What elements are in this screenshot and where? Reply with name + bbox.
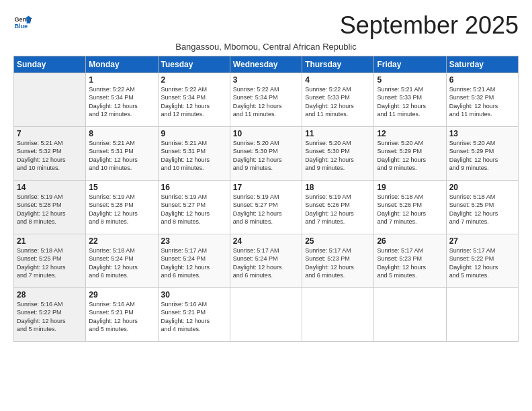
week-row-1: 1Sunrise: 5:22 AM Sunset: 5:34 PM Daylig… (14, 73, 519, 126)
week-row-2: 7Sunrise: 5:21 AM Sunset: 5:32 PM Daylig… (14, 126, 519, 180)
day-cell: 11Sunrise: 5:20 AM Sunset: 5:30 PM Dayli… (302, 126, 374, 180)
day-info: Sunrise: 5:17 AM Sunset: 5:24 PM Dayligh… (161, 246, 227, 280)
day-number: 15 (89, 183, 154, 192)
subtitle: Bangassou, Mbomou, Central African Repub… (13, 42, 519, 52)
day-info: Sunrise: 5:19 AM Sunset: 5:28 PM Dayligh… (89, 193, 154, 226)
day-info: Sunrise: 5:20 AM Sunset: 5:30 PM Dayligh… (233, 139, 299, 173)
day-cell: 9Sunrise: 5:21 AM Sunset: 5:31 PM Daylig… (158, 126, 230, 180)
week-row-3: 14Sunrise: 5:19 AM Sunset: 5:28 PM Dayli… (14, 180, 519, 234)
logo: General Blue (13, 12, 32, 31)
day-cell: 4Sunrise: 5:22 AM Sunset: 5:33 PM Daylig… (302, 73, 374, 126)
day-number: 22 (89, 236, 154, 246)
day-cell (14, 73, 86, 126)
day-info: Sunrise: 5:20 AM Sunset: 5:29 PM Dayligh… (449, 139, 515, 173)
day-number: 14 (17, 183, 83, 192)
day-number: 12 (377, 129, 443, 138)
day-cell: 5Sunrise: 5:21 AM Sunset: 5:33 PM Daylig… (374, 73, 446, 126)
day-info: Sunrise: 5:18 AM Sunset: 5:25 PM Dayligh… (449, 193, 515, 226)
day-info: Sunrise: 5:17 AM Sunset: 5:23 PM Dayligh… (377, 246, 443, 280)
day-cell: 14Sunrise: 5:19 AM Sunset: 5:28 PM Dayli… (14, 180, 86, 234)
day-cell: 23Sunrise: 5:17 AM Sunset: 5:24 PM Dayli… (158, 234, 230, 287)
day-cell: 24Sunrise: 5:17 AM Sunset: 5:24 PM Dayli… (230, 234, 302, 287)
day-info: Sunrise: 5:22 AM Sunset: 5:34 PM Dayligh… (161, 85, 227, 119)
day-cell: 29Sunrise: 5:16 AM Sunset: 5:21 PM Dayli… (86, 287, 158, 341)
day-info: Sunrise: 5:17 AM Sunset: 5:24 PM Dayligh… (233, 246, 299, 280)
col-header-tuesday: Tuesday (158, 56, 230, 73)
day-info: Sunrise: 5:18 AM Sunset: 5:25 PM Dayligh… (17, 246, 83, 280)
day-number: 3 (233, 75, 299, 85)
col-header-saturday: Saturday (446, 56, 518, 73)
day-info: Sunrise: 5:20 AM Sunset: 5:29 PM Dayligh… (377, 139, 443, 173)
day-cell: 22Sunrise: 5:18 AM Sunset: 5:24 PM Dayli… (86, 234, 158, 287)
day-info: Sunrise: 5:20 AM Sunset: 5:30 PM Dayligh… (305, 139, 371, 173)
day-cell: 10Sunrise: 5:20 AM Sunset: 5:30 PM Dayli… (230, 126, 302, 180)
day-cell: 7Sunrise: 5:21 AM Sunset: 5:32 PM Daylig… (14, 126, 86, 180)
day-number: 24 (233, 236, 299, 246)
day-cell: 19Sunrise: 5:18 AM Sunset: 5:26 PM Dayli… (374, 180, 446, 234)
day-number: 13 (449, 129, 515, 138)
day-number: 26 (377, 236, 443, 246)
day-info: Sunrise: 5:18 AM Sunset: 5:24 PM Dayligh… (89, 246, 154, 280)
logo-icon: General Blue (13, 12, 32, 31)
day-cell: 8Sunrise: 5:21 AM Sunset: 5:31 PM Daylig… (86, 126, 158, 180)
day-number: 9 (161, 129, 227, 138)
day-cell: 1Sunrise: 5:22 AM Sunset: 5:34 PM Daylig… (86, 73, 158, 126)
day-number: 8 (89, 129, 154, 138)
page: General Blue September 2025 Bangassou, M… (0, 0, 532, 349)
day-info: Sunrise: 5:21 AM Sunset: 5:31 PM Dayligh… (161, 139, 227, 173)
day-number: 21 (17, 236, 83, 246)
day-info: Sunrise: 5:21 AM Sunset: 5:32 PM Dayligh… (17, 139, 83, 173)
day-cell (230, 287, 302, 341)
day-info: Sunrise: 5:21 AM Sunset: 5:31 PM Dayligh… (89, 139, 154, 173)
svg-text:Blue: Blue (14, 23, 28, 30)
day-number: 11 (305, 129, 371, 138)
day-number: 6 (449, 75, 515, 85)
month-title: September 2025 (340, 12, 519, 39)
day-info: Sunrise: 5:22 AM Sunset: 5:34 PM Dayligh… (89, 85, 154, 119)
day-number: 1 (89, 75, 154, 85)
col-header-monday: Monday (86, 56, 158, 73)
day-cell (446, 287, 518, 341)
col-header-friday: Friday (374, 56, 446, 73)
calendar-table: SundayMondayTuesdayWednesdayThursdayFrid… (13, 56, 519, 342)
day-cell: 16Sunrise: 5:19 AM Sunset: 5:27 PM Dayli… (158, 180, 230, 234)
day-info: Sunrise: 5:16 AM Sunset: 5:21 PM Dayligh… (89, 300, 154, 334)
day-info: Sunrise: 5:19 AM Sunset: 5:28 PM Dayligh… (17, 193, 83, 226)
day-cell: 28Sunrise: 5:16 AM Sunset: 5:22 PM Dayli… (14, 287, 86, 341)
day-info: Sunrise: 5:16 AM Sunset: 5:21 PM Dayligh… (161, 300, 227, 334)
day-info: Sunrise: 5:22 AM Sunset: 5:33 PM Dayligh… (305, 85, 371, 119)
day-cell: 26Sunrise: 5:17 AM Sunset: 5:23 PM Dayli… (374, 234, 446, 287)
day-number: 20 (449, 183, 515, 192)
week-row-5: 28Sunrise: 5:16 AM Sunset: 5:22 PM Dayli… (14, 287, 519, 341)
day-cell: 2Sunrise: 5:22 AM Sunset: 5:34 PM Daylig… (158, 73, 230, 126)
day-cell: 13Sunrise: 5:20 AM Sunset: 5:29 PM Dayli… (446, 126, 518, 180)
day-number: 30 (161, 290, 227, 300)
day-cell: 18Sunrise: 5:19 AM Sunset: 5:26 PM Dayli… (302, 180, 374, 234)
day-cell: 6Sunrise: 5:21 AM Sunset: 5:32 PM Daylig… (446, 73, 518, 126)
day-number: 28 (17, 290, 83, 300)
day-cell: 21Sunrise: 5:18 AM Sunset: 5:25 PM Dayli… (14, 234, 86, 287)
day-number: 27 (449, 236, 515, 246)
day-number: 2 (161, 75, 227, 85)
day-cell: 17Sunrise: 5:19 AM Sunset: 5:27 PM Dayli… (230, 180, 302, 234)
day-info: Sunrise: 5:21 AM Sunset: 5:33 PM Dayligh… (377, 85, 443, 119)
day-info: Sunrise: 5:21 AM Sunset: 5:32 PM Dayligh… (449, 85, 515, 119)
day-cell: 25Sunrise: 5:17 AM Sunset: 5:23 PM Dayli… (302, 234, 374, 287)
day-info: Sunrise: 5:16 AM Sunset: 5:22 PM Dayligh… (17, 300, 83, 334)
day-number: 17 (233, 183, 299, 192)
day-cell: 3Sunrise: 5:22 AM Sunset: 5:34 PM Daylig… (230, 73, 302, 126)
day-number: 25 (305, 236, 371, 246)
day-cell: 27Sunrise: 5:17 AM Sunset: 5:22 PM Dayli… (446, 234, 518, 287)
day-number: 29 (89, 290, 154, 300)
day-info: Sunrise: 5:19 AM Sunset: 5:27 PM Dayligh… (161, 193, 227, 226)
day-number: 5 (377, 75, 443, 85)
day-number: 10 (233, 129, 299, 138)
day-cell (302, 287, 374, 341)
day-cell: 15Sunrise: 5:19 AM Sunset: 5:28 PM Dayli… (86, 180, 158, 234)
day-info: Sunrise: 5:19 AM Sunset: 5:27 PM Dayligh… (233, 193, 299, 226)
day-number: 4 (305, 75, 371, 85)
day-cell: 20Sunrise: 5:18 AM Sunset: 5:25 PM Dayli… (446, 180, 518, 234)
col-header-wednesday: Wednesday (230, 56, 302, 73)
header: General Blue September 2025 (13, 12, 519, 39)
day-number: 19 (377, 183, 443, 192)
